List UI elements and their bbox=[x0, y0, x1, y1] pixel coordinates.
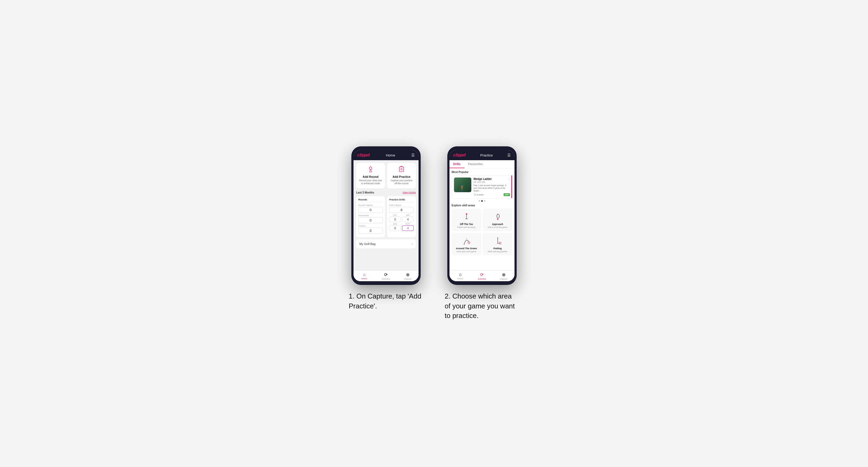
featured-card-footer: 🕐 9 shots APP bbox=[473, 193, 510, 196]
around-the-green-desc: Hone your short game bbox=[456, 250, 476, 253]
skill-card-approach[interactable]: Approach Dial-in to hit the green bbox=[483, 209, 513, 231]
svg-point-14 bbox=[497, 237, 498, 238]
skill-card-off-the-tee[interactable]: Off The Tee Power and accuracy bbox=[452, 209, 481, 231]
stats-grid: Rounds Rounds Capture 0 Tournament 0 Pra… bbox=[356, 196, 416, 237]
clippd-logo-2: clippd bbox=[453, 153, 466, 158]
dot-2[interactable] bbox=[481, 200, 483, 202]
rounds-capture-value: 0 bbox=[358, 207, 383, 213]
nav-home-2[interactable]: ⌂ Home bbox=[450, 272, 471, 280]
capture-icon-2: ⊕ bbox=[502, 272, 505, 277]
dot-1[interactable] bbox=[478, 200, 480, 202]
skill-card-around-the-green[interactable]: Around The Green Hone your short game bbox=[452, 233, 481, 255]
nav-capture-1[interactable]: ⊕ Capture bbox=[397, 272, 418, 280]
nav-home-1[interactable]: ⌂ Home bbox=[353, 272, 375, 280]
putting-icon-area bbox=[492, 236, 503, 246]
arg-label: ARG bbox=[389, 223, 401, 225]
tab-drills[interactable]: Drills bbox=[450, 160, 464, 168]
phone-2-screen: clippd Practice ☰ Drills Favourites bbox=[450, 150, 515, 281]
svg-point-8 bbox=[468, 242, 470, 243]
explore-label: Explore skill areas bbox=[452, 204, 513, 207]
nav-capture-2[interactable]: ⊕ Capture bbox=[493, 272, 515, 280]
phone-1-header: clippd Home ☰ bbox=[353, 150, 418, 160]
around-the-green-icon-area bbox=[461, 236, 472, 246]
dot-3[interactable] bbox=[484, 200, 486, 202]
phone-1-section: clippd Home ☰ bbox=[349, 146, 423, 311]
drills-mini-grid: OTT 0 APP 4 bbox=[389, 214, 414, 222]
app-col: APP 4 bbox=[402, 214, 414, 222]
add-practice-title: Add Practice bbox=[393, 175, 410, 178]
phone-2: clippd Practice ☰ Drills Favourites bbox=[447, 146, 517, 285]
rounds-column: Rounds Rounds Capture 0 Tournament 0 Pra… bbox=[356, 196, 385, 237]
caption-1: 1. On Capture, tap 'Add Practice'. bbox=[349, 291, 423, 311]
add-round-desc: Record your shots fast or enhanced mode bbox=[358, 179, 383, 185]
practice-row: Practice 0 bbox=[358, 225, 383, 234]
clippd-logo-1: clippd bbox=[357, 153, 370, 158]
approach-title: Approach bbox=[492, 223, 503, 225]
rounds-col-title: Rounds bbox=[358, 198, 383, 202]
rounds-capture-label: Rounds Capture bbox=[358, 204, 383, 206]
add-practice-card[interactable]: Add Practice Capture your practice off-t… bbox=[387, 163, 416, 188]
svg-point-2 bbox=[401, 168, 402, 170]
practice-label: Practice bbox=[358, 225, 383, 227]
view-activity-link[interactable]: View Activity bbox=[403, 191, 416, 194]
featured-card-desc: Play 1 shot at each target yardage. If y… bbox=[473, 184, 510, 192]
tab-favourites[interactable]: Favourites bbox=[464, 160, 487, 168]
app-label: APP bbox=[402, 214, 414, 216]
phone-2-menu-icon[interactable]: ☰ bbox=[507, 153, 511, 157]
drills-capture-row: Drills Capture 8 bbox=[389, 204, 414, 213]
app-value: 4 bbox=[402, 217, 414, 222]
add-practice-icon bbox=[398, 166, 405, 174]
phone-1-header-title: Home bbox=[386, 153, 395, 157]
phone-1-menu-icon[interactable]: ☰ bbox=[411, 153, 415, 157]
approach-desc: Dial-in to hit the green bbox=[488, 226, 507, 228]
off-the-tee-title: Off The Tee bbox=[460, 223, 473, 225]
home-icon-2: ⌂ bbox=[459, 272, 462, 277]
phone-2-section: clippd Practice ☰ Drills Favourites bbox=[445, 146, 519, 320]
approach-icon bbox=[493, 212, 502, 221]
arg-col: ARG 0 bbox=[389, 223, 401, 231]
putting-desc: Make and lag practice bbox=[488, 250, 507, 253]
phone-1-screen: clippd Home ☰ bbox=[353, 150, 418, 281]
add-practice-desc: Capture your practice off-the-course bbox=[389, 179, 414, 185]
featured-card[interactable]: 🏌️ Wedge Ladder 50–100 yds ☆ bbox=[452, 175, 513, 198]
arg-value: 0 bbox=[389, 225, 401, 231]
svg-point-3 bbox=[466, 213, 467, 215]
tournament-value: 0 bbox=[358, 217, 383, 223]
skill-card-putting[interactable]: Putting Make and lag practice bbox=[483, 233, 513, 255]
phone-1: clippd Home ☰ bbox=[351, 146, 421, 285]
carousel-dots bbox=[452, 200, 513, 202]
tournament-label: Tournament bbox=[358, 214, 383, 217]
app-badge: APP bbox=[503, 193, 510, 196]
svg-point-9 bbox=[464, 244, 465, 245]
nav-activities-2[interactable]: ⟳ Activities bbox=[471, 272, 493, 280]
phone-2-header-title: Practice bbox=[480, 153, 493, 157]
nav-activities-label-2: Activities bbox=[478, 278, 486, 280]
add-round-title: Add Round bbox=[363, 175, 378, 178]
featured-card-info: Wedge Ladder 50–100 yds ☆ Play 1 shot at… bbox=[473, 178, 510, 196]
clock-icon: 🕐 bbox=[473, 193, 476, 196]
tournament-row: Tournament 0 bbox=[358, 214, 383, 223]
featured-card-subtitle: 50–100 yds bbox=[473, 181, 492, 183]
stats-header: Last 3 Months View Activity bbox=[356, 191, 416, 194]
drills-capture-value: 8 bbox=[389, 207, 414, 213]
golf-bag-row[interactable]: My Golf Bag › bbox=[356, 239, 416, 248]
drills-column: Practice Drills Drills Capture 8 OTT 0 bbox=[387, 196, 416, 237]
golf-bag-label: My Golf Bag bbox=[359, 242, 376, 246]
nav-activities-1[interactable]: ⟳ Activities bbox=[375, 272, 397, 280]
drills-col-title: Practice Drills bbox=[389, 198, 414, 202]
home-icon-1: ⌂ bbox=[363, 272, 366, 277]
shots-count: 🕐 9 shots bbox=[473, 193, 484, 196]
around-the-green-title: Around The Green bbox=[456, 247, 477, 250]
phone-1-content: Add Round Record your shots fast or enha… bbox=[353, 160, 418, 270]
putt-value: 4 bbox=[402, 225, 414, 231]
nav-capture-label-1: Capture bbox=[404, 278, 411, 280]
activities-icon-2: ⟳ bbox=[480, 272, 484, 277]
add-round-card[interactable]: Add Round Record your shots fast or enha… bbox=[356, 163, 385, 188]
drills-mini-grid-2: ARG 0 PUTT 4 bbox=[389, 223, 414, 231]
ott-label: OTT bbox=[389, 214, 401, 216]
favourite-star-icon[interactable]: ☆ bbox=[507, 178, 510, 181]
add-round-icon bbox=[367, 166, 374, 174]
rounds-capture-row: Rounds Capture 0 bbox=[358, 204, 383, 213]
off-the-tee-icon bbox=[462, 212, 471, 221]
phone-2-content: Most Popular 🏌️ Wedge Ladder 50–100 bbox=[450, 168, 515, 270]
